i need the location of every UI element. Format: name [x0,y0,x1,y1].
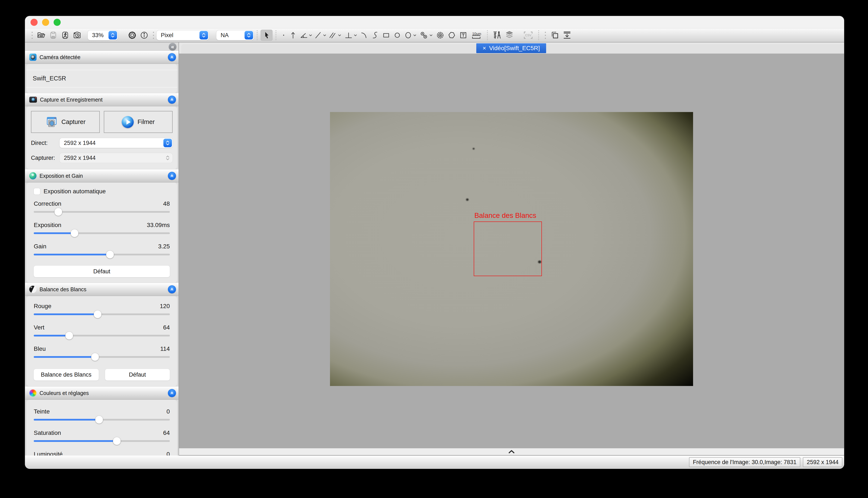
slider-thumb[interactable] [91,353,99,361]
live-resolution-select[interactable]: 2592 x 1944 [60,138,173,148]
collapse-panel-button[interactable] [168,389,176,397]
auto-exposure-checkbox[interactable] [34,188,40,195]
timed-capture-button[interactable] [71,30,83,41]
white-balance-roi[interactable] [474,222,542,276]
unit-select[interactable]: Pixel [156,30,209,40]
exposure-panel-header[interactable]: Exposition et Gain [25,169,179,182]
collapse-panel-button[interactable] [168,172,176,180]
perpendicular-tool-button[interactable] [343,30,358,41]
angle-tool-button[interactable] [298,30,313,41]
collapse-panel-button[interactable] [168,53,176,61]
zoom-window-button[interactable] [54,19,61,26]
stepper-icon [163,139,172,147]
status-bar: Fréquence de l'Image: 30.0,Image: 7831 2… [25,456,844,469]
import-export-button[interactable] [561,30,573,41]
parallel-lines-tool-button[interactable] [327,30,343,41]
concentric-circles-tool-button[interactable] [434,30,446,41]
red-slider[interactable] [34,310,170,318]
calibrate-tool-button[interactable] [491,30,503,41]
video-tab[interactable]: × Vidéo[Swift_EC5R] [476,43,546,53]
circle-tool-button[interactable] [392,30,403,41]
cursor-icon [262,31,271,39]
bottom-panel-toggle[interactable] [179,448,844,456]
arc-tool-button[interactable] [358,30,370,41]
parallel-lines-icon [328,31,337,39]
hue-slider[interactable] [34,416,170,424]
correction-slider[interactable] [34,208,170,216]
video-canvas[interactable]: Balance des Blancs [179,54,844,448]
slider-thumb[interactable] [54,208,62,216]
colors-panel-header[interactable]: Couleurs et réglages [25,386,179,399]
toolbar-separator [276,30,276,40]
pointer-tool-button[interactable] [260,30,272,41]
close-window-button[interactable] [30,19,38,26]
close-tab-icon[interactable]: × [483,45,486,52]
slider-thumb[interactable] [106,251,114,258]
capture-button-label: Capturer [62,118,86,126]
text-tool-button[interactable] [458,30,469,41]
saturation-slider[interactable] [34,437,170,445]
capture-resolution-select[interactable]: 2592 x 1944 [60,153,173,163]
microscope-live-image[interactable]: Balance des Blancs [330,112,693,386]
rectangle-tool-button[interactable] [381,30,392,41]
slider-value: 64 [163,324,170,331]
na-stepper-icon [244,31,253,39]
camera-panel-header[interactable]: Caméra détectée [25,51,179,64]
wb-default-button[interactable]: Défaut [105,369,170,380]
collapse-sidebar-button[interactable]: « [169,43,176,51]
point-tool-button[interactable] [279,30,288,41]
slider-thumb[interactable] [113,437,121,445]
wb-panel-header[interactable]: Balance des Blancs [25,283,179,296]
save-burst-button[interactable] [59,30,71,41]
minimize-window-button[interactable] [42,19,49,26]
save-button[interactable] [47,30,59,41]
exposure-slider[interactable] [34,229,170,237]
collapse-panel-button[interactable] [168,285,176,293]
info-button[interactable] [138,30,150,41]
slider-thumb[interactable] [71,230,78,237]
video-tab-label: Vidéo[Swift_EC5R] [489,45,540,52]
camera-list-item[interactable]: Swift_EC5R [26,70,177,88]
na-value: NA [216,32,244,39]
open-file-button[interactable] [35,30,47,41]
gain-slider[interactable] [34,250,170,259]
button-label: Défaut [93,268,111,275]
copy-button[interactable] [548,30,561,41]
exposure-default-button[interactable]: Défaut [34,266,170,277]
linked-circles-tool-button[interactable] [417,30,434,41]
capture-panel-title: Capture et Enregistrement [40,97,168,103]
capture-button[interactable]: Capturer [31,111,100,133]
camera-panel-body: Swift_EC5R [26,64,177,93]
slider-thumb[interactable] [95,416,103,423]
blue-slider[interactable] [34,353,170,361]
gear-icon [128,30,137,40]
button-label: Balance des Blancs [41,371,91,378]
collapse-panel-button[interactable] [168,95,176,104]
ellipse-tool-button[interactable] [403,30,417,41]
polygon-tool-button[interactable] [446,30,458,41]
slider-label: Saturation [34,430,61,436]
slider-label: Exposition [34,222,61,228]
toolbar-drag-handle [31,32,33,39]
line-tool-button[interactable] [313,30,327,41]
scalebar-tool-button[interactable]: 10um [469,30,484,41]
settings-button[interactable] [126,30,138,41]
slider-label: Teinte [34,408,50,415]
dust-speck [466,198,469,201]
slider-thumb[interactable] [94,311,101,318]
curve-tool-button[interactable] [370,30,381,41]
capture-panel-header[interactable]: Capture et Enregistrement [25,93,179,106]
arrow-tool-button[interactable] [288,30,298,41]
slider-thumb[interactable] [65,332,73,340]
na-select[interactable]: NA [216,30,254,40]
record-button[interactable]: Filmer [104,111,173,133]
csv-export-button[interactable]: CSV [521,30,535,41]
green-slider[interactable] [34,331,170,340]
unit-value: Pixel [156,32,200,39]
white-balance-button[interactable]: Balance des Blancs [34,369,99,380]
layers-button[interactable] [503,30,515,41]
exposure-icon [29,172,37,180]
csv-icon: CSV [523,30,533,40]
zoom-select[interactable]: 33% [88,30,118,40]
chevron-down-icon [430,34,433,36]
